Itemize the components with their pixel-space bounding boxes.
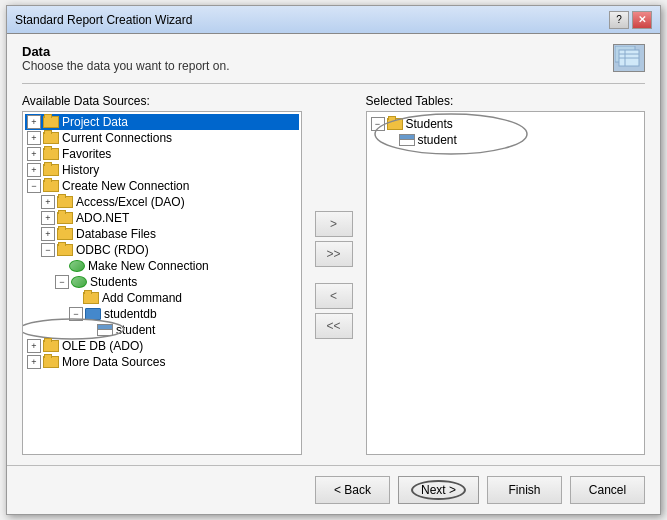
tree-item-create-new-connection[interactable]: − Create New Connection [25,178,299,194]
tree-item-current-connections[interactable]: + Current Connections [25,130,299,146]
header-text: Data Choose the data you want to report … [22,44,229,73]
folder-icon-create-new-connection [43,180,59,192]
expander-create-new-connection[interactable]: − [27,179,41,193]
table-icon-student-selected [399,134,415,146]
move-left-button[interactable]: < [315,283,353,309]
header-divider [22,83,645,84]
tree-item-students-selected[interactable]: − Students [369,116,643,132]
db-icon-studentdb [85,308,101,320]
move-all-left-button[interactable]: << [315,313,353,339]
tree-item-studentdb[interactable]: − studentdb [25,306,299,322]
label-ole-db: OLE DB (ADO) [62,339,143,353]
label-access-excel: Access/Excel (DAO) [76,195,185,209]
expander-history[interactable]: + [27,163,41,177]
tree-item-students-conn[interactable]: − Students [25,274,299,290]
section-desc: Choose the data you want to report on. [22,59,229,73]
help-button[interactable]: ? [609,11,629,29]
expander-more-data-sources[interactable]: + [27,355,41,369]
tree-item-odbc-rdo[interactable]: − ODBC (RDO) [25,242,299,258]
move-right-button[interactable]: > [315,211,353,237]
expander-project-data[interactable]: + [27,115,41,129]
tree-item-history[interactable]: + History [25,162,299,178]
back-button[interactable]: < Back [315,476,390,504]
tree-item-student-left[interactable]: student [25,322,299,338]
expander-favorites[interactable]: + [27,147,41,161]
expander-students-conn[interactable]: − [55,275,69,289]
expander-ado-net[interactable]: + [41,211,55,225]
folder-icon-odbc-rdo [57,244,73,256]
finish-button[interactable]: Finish [487,476,562,504]
content-area: Data Choose the data you want to report … [7,34,660,465]
expander-ole-db[interactable]: + [27,339,41,353]
label-add-command: Add Command [102,291,182,305]
table-icon-student [97,324,113,336]
label-odbc-rdo: ODBC (RDO) [76,243,149,257]
tree-item-ado-net[interactable]: + ADO.NET [25,210,299,226]
data-icon [613,44,645,72]
label-current-connections: Current Connections [62,131,172,145]
dialog: Standard Report Creation Wizard ? ✕ Data… [6,5,661,515]
next-button[interactable]: Next > [398,476,479,504]
tree-item-favorites[interactable]: + Favorites [25,146,299,162]
label-students-conn: Students [90,275,137,289]
tree-item-database-files[interactable]: + Database Files [25,226,299,242]
move-all-right-button[interactable]: >> [315,241,353,267]
label-student-left: student [116,323,155,337]
section-title: Data [22,44,229,59]
tree-item-student-selected[interactable]: student [369,132,643,148]
tree-item-project-data[interactable]: + Project Data [25,114,299,130]
label-create-new-connection: Create New Connection [62,179,189,193]
title-bar: Standard Report Creation Wizard ? ✕ [7,6,660,34]
expander-access-excel[interactable]: + [41,195,55,209]
folder-icon-ole-db [43,340,59,352]
transfer-buttons: > >> < << [307,94,361,455]
label-student-selected: student [418,133,457,147]
tree-item-make-new-connection[interactable]: Make New Connection [25,258,299,274]
folder-icon-current-connections [43,132,59,144]
dialog-title: Standard Report Creation Wizard [15,13,192,27]
selected-group: − Students student [369,114,643,150]
right-panel-label: Selected Tables: [366,94,646,108]
conn-icon-students [71,276,87,288]
folder-icon-project-data [43,116,59,128]
folder-icon-history [43,164,59,176]
panels-area: Available Data Sources: + Project Data +… [22,94,645,455]
folder-icon-ado-net [57,212,73,224]
tree-item-add-command[interactable]: Add Command [25,290,299,306]
label-more-data-sources: More Data Sources [62,355,165,369]
label-history: History [62,163,99,177]
folder-icon-add-command [83,292,99,304]
folder-icon-more-data-sources [43,356,59,368]
label-favorites: Favorites [62,147,111,161]
label-ado-net: ADO.NET [76,211,129,225]
label-studentdb: studentdb [104,307,157,321]
label-database-files: Database Files [76,227,156,241]
close-button[interactable]: ✕ [632,11,652,29]
folder-icon-students-selected [387,118,403,130]
tree-item-more-data-sources[interactable]: + More Data Sources [25,354,299,370]
label-project-data: Project Data [62,115,128,129]
next-button-label: Next > [411,480,466,500]
expander-database-files[interactable]: + [41,227,55,241]
tree-item-ole-db[interactable]: + OLE DB (ADO) [25,338,299,354]
expander-studentdb[interactable]: − [69,307,83,321]
cancel-button[interactable]: Cancel [570,476,645,504]
selected-tables-tree[interactable]: − Students student [366,111,646,455]
tree-item-access-excel[interactable]: + Access/Excel (DAO) [25,194,299,210]
footer-area: < Back Next > Finish Cancel [7,465,660,514]
right-panel: Selected Tables: − Students [366,94,646,455]
folder-icon-access-excel [57,196,73,208]
left-panel-label: Available Data Sources: [22,94,302,108]
title-controls: ? ✕ [609,11,652,29]
expander-odbc-rdo[interactable]: − [41,243,55,257]
folder-icon-favorites [43,148,59,160]
expander-students-selected[interactable]: − [371,117,385,131]
folder-icon-database-files [57,228,73,240]
available-sources-tree[interactable]: + Project Data + Current Connections + [22,111,302,455]
expander-current-connections[interactable]: + [27,131,41,145]
conn-icon-make-new [69,260,85,272]
label-make-new-connection: Make New Connection [88,259,209,273]
left-panel: Available Data Sources: + Project Data +… [22,94,302,455]
header-section: Data Choose the data you want to report … [22,44,645,73]
label-students-selected: Students [406,117,453,131]
